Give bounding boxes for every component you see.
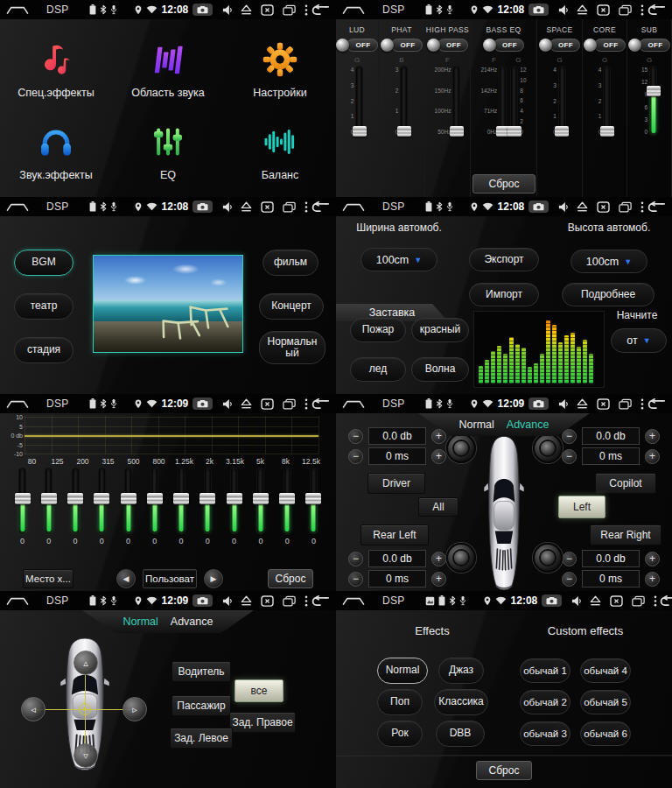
menu-item-5[interactable]: EQ bbox=[112, 110, 224, 193]
eject-icon[interactable] bbox=[241, 201, 252, 212]
screenshot-icon[interactable] bbox=[597, 398, 610, 410]
back-icon[interactable] bbox=[309, 595, 330, 607]
screenshot-icon[interactable] bbox=[261, 595, 274, 607]
back-icon[interactable] bbox=[309, 398, 330, 410]
channel-toggle[interactable]: OFF bbox=[539, 39, 580, 52]
slider-handle[interactable] bbox=[121, 493, 136, 504]
screensaver-effect-button[interactable]: лед bbox=[350, 357, 406, 382]
home-icon[interactable] bbox=[342, 398, 365, 410]
slider-track[interactable] bbox=[603, 66, 611, 136]
tab-normal[interactable]: Normal bbox=[459, 419, 494, 431]
slider-track[interactable] bbox=[499, 66, 507, 136]
screensaver-effect-button[interactable]: Волна bbox=[411, 357, 469, 382]
slider-handle[interactable] bbox=[147, 493, 163, 504]
slider-track[interactable] bbox=[649, 66, 657, 136]
volume-icon[interactable] bbox=[558, 4, 568, 16]
effect-preset-button[interactable]: Normal bbox=[377, 658, 428, 684]
zone-driver-button[interactable]: Driver bbox=[368, 473, 425, 494]
balance-position-marker[interactable] bbox=[79, 703, 91, 715]
slider-track[interactable] bbox=[256, 468, 264, 534]
car-height-dropdown[interactable]: 100cm▼ bbox=[570, 250, 648, 273]
slider-handle[interactable] bbox=[353, 126, 367, 137]
effect-preset-button[interactable]: Джаз bbox=[438, 658, 484, 684]
back-icon[interactable] bbox=[657, 595, 672, 607]
back-icon[interactable] bbox=[309, 4, 330, 16]
home-icon[interactable] bbox=[342, 595, 365, 607]
bgm-preset-button[interactable]: Нормальный bbox=[259, 331, 326, 364]
channel-toggle[interactable]: OFF bbox=[483, 39, 524, 52]
slider-track[interactable] bbox=[355, 66, 363, 136]
slider-track[interactable] bbox=[204, 468, 212, 534]
storage-location-button[interactable]: Место х... bbox=[23, 569, 74, 588]
custom-effect-button[interactable]: обычай 2 bbox=[520, 690, 570, 714]
zone-all-button[interactable]: All bbox=[418, 497, 458, 517]
back-icon[interactable] bbox=[645, 201, 666, 213]
balance-right-button[interactable]: ▹ bbox=[122, 697, 147, 721]
increase-button[interactable]: + bbox=[431, 552, 446, 566]
menu-dots-icon[interactable] bbox=[640, 4, 644, 16]
decrease-button[interactable]: − bbox=[348, 572, 363, 587]
tab-advance[interactable]: Advance bbox=[507, 419, 550, 431]
eject-icon[interactable] bbox=[590, 595, 601, 606]
home-icon[interactable] bbox=[6, 201, 29, 213]
slider-track[interactable] bbox=[452, 66, 460, 136]
menu-dots-icon[interactable] bbox=[640, 201, 644, 213]
increase-button[interactable]: + bbox=[645, 429, 660, 444]
eject-icon[interactable] bbox=[577, 201, 588, 212]
details-button[interactable]: Подробнее bbox=[562, 283, 654, 306]
slider-track[interactable] bbox=[150, 468, 158, 534]
slider-handle[interactable] bbox=[253, 493, 269, 504]
screensaver-effect-button[interactable]: красный bbox=[411, 318, 469, 342]
screenshot-icon[interactable] bbox=[610, 595, 623, 607]
back-icon[interactable] bbox=[645, 398, 666, 410]
channel-toggle[interactable]: OFF bbox=[336, 39, 377, 52]
increase-button[interactable]: + bbox=[431, 449, 446, 464]
zone-copilot-button[interactable]: Copilot bbox=[595, 473, 656, 494]
recents-icon[interactable] bbox=[283, 4, 296, 16]
slider-handle[interactable] bbox=[279, 493, 295, 504]
effect-preset-button[interactable]: DBB bbox=[436, 721, 485, 747]
home-icon[interactable] bbox=[342, 201, 365, 213]
menu-dots-icon[interactable] bbox=[304, 201, 308, 213]
recents-icon[interactable] bbox=[619, 398, 632, 410]
eject-icon[interactable] bbox=[241, 595, 252, 606]
menu-item-1[interactable]: Спец.эффекты bbox=[0, 28, 112, 110]
increase-button[interactable]: + bbox=[645, 449, 660, 464]
start-from-dropdown[interactable]: от▼ bbox=[611, 328, 667, 353]
increase-button[interactable]: + bbox=[645, 552, 660, 566]
back-icon[interactable] bbox=[309, 201, 330, 213]
slider-track[interactable] bbox=[18, 468, 26, 534]
custom-effect-button[interactable]: обычай 1 bbox=[520, 658, 570, 683]
effect-preset-button[interactable]: Классика bbox=[434, 689, 488, 715]
slider-handle[interactable] bbox=[647, 86, 661, 96]
camera-button[interactable] bbox=[192, 4, 213, 16]
export-button[interactable]: Экспорт bbox=[469, 248, 539, 271]
recents-icon[interactable] bbox=[283, 595, 296, 607]
effect-preset-button[interactable]: Поп bbox=[377, 689, 423, 715]
increase-button[interactable]: + bbox=[431, 572, 446, 587]
increase-button[interactable]: + bbox=[645, 572, 660, 587]
channel-toggle[interactable]: OFF bbox=[381, 39, 422, 52]
back-icon[interactable] bbox=[645, 4, 666, 16]
custom-effect-button[interactable]: обычай 6 bbox=[580, 721, 631, 746]
volume-icon[interactable] bbox=[222, 398, 232, 410]
screensaver-effect-button[interactable]: Пожар bbox=[350, 318, 406, 342]
decrease-button[interactable]: − bbox=[562, 572, 577, 587]
reset-button[interactable]: Сброс bbox=[268, 569, 313, 588]
screenshot-icon[interactable] bbox=[597, 4, 610, 16]
custom-effect-button[interactable]: обычай 5 bbox=[580, 690, 631, 714]
channel-toggle[interactable]: OFF bbox=[584, 39, 625, 52]
slider-track[interactable] bbox=[230, 468, 238, 534]
recents-icon[interactable] bbox=[619, 201, 632, 213]
menu-dots-icon[interactable] bbox=[304, 398, 308, 410]
eject-icon[interactable] bbox=[241, 4, 252, 15]
zone-all-button[interactable]: все bbox=[234, 679, 284, 702]
car-width-dropdown[interactable]: 100cm▼ bbox=[360, 248, 438, 271]
volume-icon[interactable] bbox=[558, 398, 568, 410]
slider-handle[interactable] bbox=[397, 126, 411, 137]
slider-track[interactable] bbox=[178, 468, 186, 534]
volume-icon[interactable] bbox=[222, 4, 232, 16]
decrease-button[interactable]: − bbox=[562, 552, 577, 566]
slider-track[interactable] bbox=[510, 66, 518, 136]
slider-handle[interactable] bbox=[600, 126, 614, 137]
